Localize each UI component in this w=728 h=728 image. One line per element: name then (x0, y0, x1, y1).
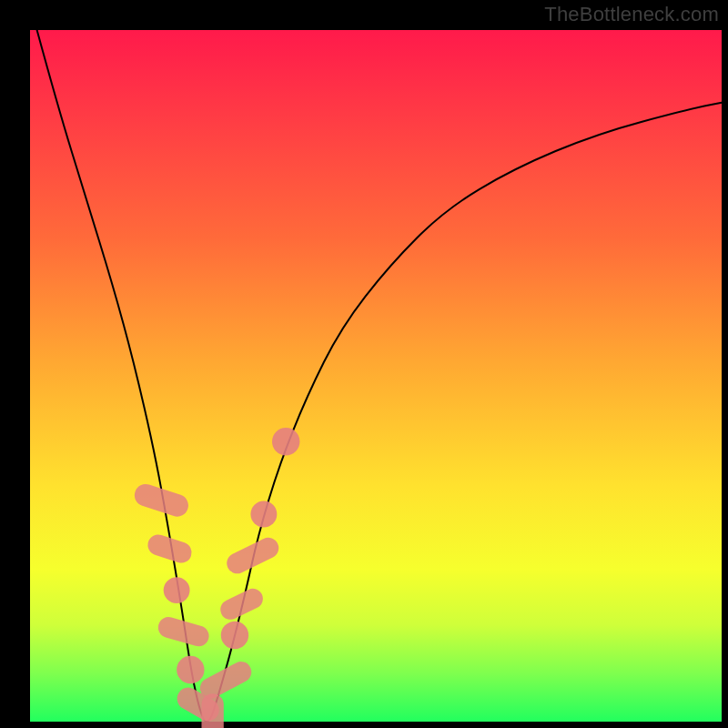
data-marker (250, 501, 277, 528)
chart-frame: TheBottleneck.com (0, 0, 728, 728)
data-marker-cluster (197, 658, 255, 703)
bottleneck-curve (37, 30, 722, 722)
curve-svg (30, 30, 722, 722)
data-marker-cluster (217, 585, 267, 622)
data-marker (177, 656, 204, 683)
data-marker-cluster (223, 534, 282, 577)
plot-area (30, 30, 722, 722)
watermark-text: TheBottleneck.com (544, 3, 719, 26)
data-marker (221, 622, 248, 649)
data-marker (272, 428, 299, 455)
data-marker (164, 577, 190, 603)
data-marker-cluster (201, 693, 223, 728)
